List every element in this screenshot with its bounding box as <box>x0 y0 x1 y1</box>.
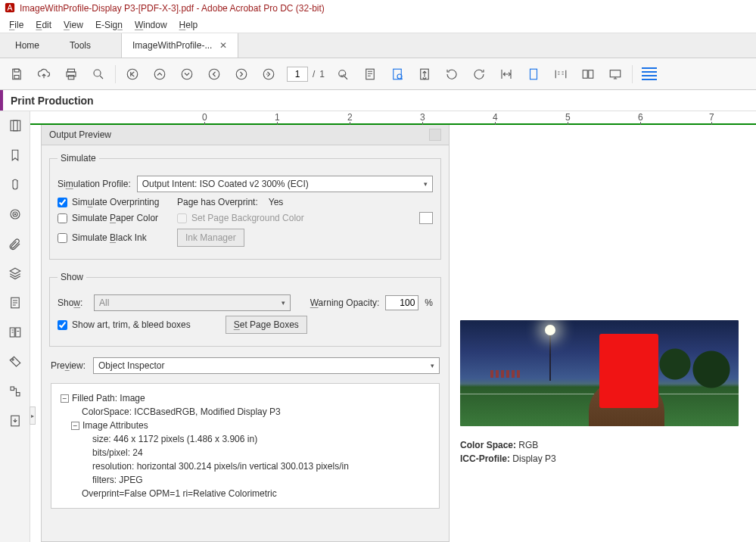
menu-view[interactable]: View <box>58 18 89 32</box>
show-group: Show Show: All▾ Warning Opacity: % Sh <box>49 272 441 347</box>
svg-rect-6 <box>68 75 74 79</box>
menubar: File Edit View E-Sign Window Help <box>0 17 756 33</box>
set-page-boxes-button[interactable]: Set Page Boxes <box>226 316 307 334</box>
cloud-upload-icon[interactable] <box>30 61 58 88</box>
warning-opacity-unit: % <box>425 297 433 308</box>
toolbar: / 1 <box>0 58 756 90</box>
svg-rect-24 <box>13 120 20 131</box>
output-preview-header: Output Preview <box>42 125 449 145</box>
menu-file[interactable]: File <box>3 18 30 32</box>
nav-down-icon[interactable] <box>173 61 201 88</box>
attachments-icon[interactable] <box>8 178 22 194</box>
print-icon[interactable] <box>58 61 85 88</box>
text-select-icon[interactable] <box>384 61 411 88</box>
export-icon[interactable] <box>8 414 22 430</box>
svg-rect-3 <box>14 75 19 79</box>
simulate-black-ink-checkbox[interactable]: Simulate Black Ink <box>58 232 171 243</box>
preview-row: Preview: Object Inspector▾ <box>42 351 449 383</box>
document-view: Color Space: RGB ICC-Profile: Display P3 <box>450 125 756 542</box>
svg-point-7 <box>94 70 101 76</box>
output-preview-close-icon[interactable] <box>429 129 441 141</box>
show-select[interactable]: All▾ <box>94 294 291 311</box>
tags-icon[interactable] <box>8 355 22 371</box>
warning-opacity-label: Warning Opacity: <box>310 297 380 308</box>
nav-last-icon[interactable] <box>255 61 282 88</box>
svg-rect-22 <box>610 70 621 76</box>
tree-collapse-icon[interactable]: − <box>71 422 79 430</box>
menu-window[interactable]: Window <box>129 18 173 32</box>
save-icon[interactable] <box>3 61 30 88</box>
single-page-icon[interactable] <box>520 61 547 88</box>
tab-row: Home Tools ImageWithProfile-... ✕ <box>0 33 756 58</box>
svg-point-11 <box>209 69 219 79</box>
svg-rect-19 <box>530 69 537 79</box>
page-overprint-label: Page has Overprint: <box>177 197 258 207</box>
nav-first-icon[interactable] <box>119 61 146 88</box>
app-icon: A <box>5 2 15 15</box>
display-icon[interactable] <box>602 61 629 88</box>
workarea: 0 1 2 3 4 5 6 7 Output Preview Simulate … <box>30 111 756 542</box>
rotate-cw-icon[interactable] <box>465 61 493 88</box>
scroll-icon[interactable] <box>574 61 602 88</box>
svg-rect-23 <box>11 120 17 131</box>
titlebar-text: ImageWithProfile-Display P3-[PDF-X-3].pd… <box>20 3 325 14</box>
tree-collapse-icon[interactable]: − <box>61 394 69 403</box>
svg-point-12 <box>236 69 247 79</box>
svg-point-8 <box>127 69 138 79</box>
svg-rect-21 <box>589 70 593 78</box>
tab-document[interactable]: ImageWithProfile-... ✕ <box>121 33 238 58</box>
tab-close-icon[interactable]: ✕ <box>219 40 227 51</box>
zoom-icon[interactable] <box>85 61 112 88</box>
tab-document-label: ImageWithProfile-... <box>132 40 212 51</box>
menu-esign[interactable]: E-Sign <box>89 18 129 32</box>
simulate-papercolor-checkbox[interactable]: Simulate Paper Color <box>58 213 171 223</box>
iccprofile-value: Display P3 <box>510 453 556 464</box>
show-label: Show: <box>58 297 88 308</box>
toolbar-separator <box>632 65 633 83</box>
nav-up-icon[interactable] <box>146 61 173 88</box>
page-fit-icon[interactable] <box>411 61 438 88</box>
menu-edit[interactable]: Edit <box>30 18 58 32</box>
svg-point-13 <box>263 69 274 79</box>
sidebar-expand-icon[interactable]: ▸ <box>30 406 36 425</box>
hand-tool-icon[interactable] <box>329 61 356 88</box>
output-preview-panel: Output Preview Simulate Simulation Profi… <box>41 125 450 542</box>
fit-width-icon[interactable] <box>493 61 520 88</box>
page-indicator: / 1 <box>287 67 325 82</box>
iccprofile-label: ICC-Profile: <box>460 453 510 464</box>
rotate-ccw-icon[interactable] <box>438 61 465 88</box>
two-page-icon[interactable] <box>547 61 574 88</box>
svg-rect-33 <box>16 393 20 397</box>
structure-icon[interactable] <box>8 385 22 400</box>
select-tool-icon[interactable] <box>356 61 384 88</box>
tab-tools[interactable]: Tools <box>54 33 106 58</box>
compare-icon[interactable] <box>8 326 22 341</box>
target-icon[interactable] <box>8 207 22 223</box>
nav-prev-icon[interactable] <box>201 61 228 88</box>
svg-rect-32 <box>11 387 14 391</box>
bookmarks-icon[interactable] <box>8 148 22 164</box>
svg-point-27 <box>14 213 16 215</box>
svg-rect-30 <box>15 328 20 337</box>
show-boxes-checkbox[interactable]: Show art, trim, & bleed boxes <box>58 319 191 330</box>
page-icon[interactable] <box>8 296 22 312</box>
bg-color-swatch[interactable] <box>419 212 433 224</box>
page-current-input[interactable] <box>287 67 308 82</box>
svg-point-10 <box>182 69 192 79</box>
page-overprint-value: Yes <box>269 197 284 207</box>
simulate-group: Simulate Simulation Profile: Output Inte… <box>49 153 441 260</box>
preview-select[interactable]: Object Inspector▾ <box>93 357 440 374</box>
clip-icon[interactable] <box>8 237 22 253</box>
menu-help[interactable]: Help <box>173 18 204 32</box>
layers-icon[interactable] <box>8 266 22 282</box>
nav-next-icon[interactable] <box>228 61 255 88</box>
warning-opacity-input[interactable] <box>385 295 418 310</box>
tab-home[interactable]: Home <box>0 33 54 58</box>
document-metadata: Color Space: RGB ICC-Profile: Display P3 <box>460 438 745 466</box>
simulation-profile-label: Simulation Profile: <box>58 179 131 189</box>
thumbnails-icon[interactable] <box>8 119 22 135</box>
simulation-profile-select[interactable]: Output Intent: ISO Coated v2 300% (ECI)▾ <box>137 176 433 192</box>
show-legend: Show <box>58 272 86 282</box>
menu-icon[interactable] <box>636 61 663 88</box>
simulate-overprinting-checkbox[interactable]: Simulate Overprinting <box>58 197 171 207</box>
